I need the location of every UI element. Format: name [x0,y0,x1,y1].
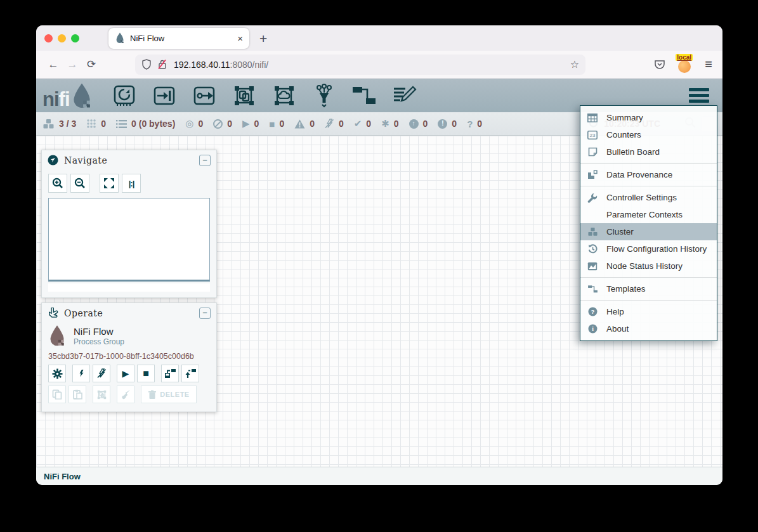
cluster-icon [42,119,55,129]
copy-button[interactable] [48,386,66,403]
shield-icon[interactable] [141,59,152,70]
not-transmitting-icon [213,119,223,129]
svg-text:?: ? [591,308,594,315]
menu-item-data-provenance[interactable]: Data Provenance [580,166,717,183]
menu-item-help[interactable]: ? Help [580,303,717,320]
insecure-lock-icon[interactable] [157,59,167,70]
bookmark-star-icon[interactable]: ☆ [570,58,579,70]
screenshot-stage: NiFi Flow × + ← → ⟳ 192.168.40.11:8080/n… [0,0,758,532]
minimap-footer-strip [48,283,210,292]
birdseye-minimap[interactable] [48,198,210,282]
color-button[interactable] [117,386,134,403]
operate-panel-header: Operate − [42,303,216,323]
navigate-collapse-button[interactable]: − [199,155,211,166]
process-group-drop-icon [48,324,66,347]
enable-button[interactable] [72,365,90,382]
svg-text:23: 23 [590,133,596,138]
svg-text:i: i [592,326,594,332]
template-component[interactable] [351,83,377,108]
remote-process-group-component[interactable] [271,83,297,108]
up-to-date-status: ✔ 0 [354,118,371,129]
sync-failure-count: 0 [477,119,482,129]
summary-icon [587,114,598,122]
menu-item-flow-configuration-history[interactable]: Flow Configuration History [580,240,717,257]
nifi-logo-fi: fi [59,89,70,109]
delete-button-label: DELETE [160,391,189,398]
save-template-button[interactable] [161,365,179,382]
configure-button[interactable] [48,365,66,382]
invalid-status: 0 [294,119,315,129]
running-icon: ▶ [242,118,250,129]
menu-item-controller-settings[interactable]: Controller Settings [580,189,717,206]
profile-container-badge: local [676,54,693,61]
node-status-history-icon [587,262,598,271]
group-button[interactable] [93,386,110,403]
reload-button[interactable]: ⟳ [82,58,101,71]
stopped-count: 0 [279,119,284,129]
menu-item-counters[interactable]: 23 Counters [580,126,717,143]
sync-failure-status: ? 0 [467,119,482,129]
stale-status: ↑ 0 [409,119,428,129]
cluster-menu-icon [587,227,598,237]
breadcrumb[interactable]: NiFi Flow [44,472,81,481]
operate-panel: Operate − NiFi Flow Process Group 35cbd3… [41,302,217,412]
maximize-window-button[interactable] [71,34,79,42]
upload-template-button[interactable] [181,365,199,382]
output-port-component[interactable] [192,83,217,108]
selected-flow-id: 35cbd3b7-017b-1000-8bff-1c3405c00d6b [42,347,216,365]
component-toolbar [112,83,417,108]
menu-item-about[interactable]: i About [580,320,717,337]
profile-avatar[interactable]: local [678,58,692,72]
navigate-icon [48,155,58,165]
pocket-icon[interactable] [654,60,665,70]
zoom-out-button[interactable] [70,174,89,193]
global-menu: Summary 23 Counters Bulletin Board Data … [580,105,717,341]
sync-failure-icon: ? [467,119,473,129]
menu-item-cluster[interactable]: Cluster [580,223,717,240]
invalid-count: 0 [310,119,315,129]
global-menu-button[interactable] [689,88,709,103]
browser-tab[interactable]: NiFi Flow × [108,28,249,49]
tab-close-icon[interactable]: × [237,33,243,44]
delete-button[interactable]: DELETE [141,386,197,403]
menu-item-parameter-contexts[interactable]: Parameter Contexts [580,206,717,223]
macos-traffic-lights [44,34,79,42]
invalid-icon [294,119,305,129]
controller-settings-icon [587,193,598,203]
zoom-fit-button[interactable] [100,174,119,193]
menu-item-summary[interactable]: Summary [580,109,717,126]
menu-item-node-status-history[interactable]: Node Status History [580,257,717,275]
processor-component[interactable] [112,83,137,108]
zoom-in-button[interactable] [48,174,67,193]
menu-separator [580,186,717,186]
firefox-menu-icon[interactable]: ≡ [705,57,712,72]
close-window-button[interactable] [44,34,53,42]
transmitting-count: 0 [198,119,203,129]
operate-panel-title: Operate [64,308,199,318]
url-path: :8080/nifi/ [230,60,269,70]
url-bar[interactable]: 192.168.40.11:8080/nifi/ ☆ [135,55,585,75]
minimize-window-button[interactable] [58,34,66,42]
queued-status: 0 (0 bytes) [116,119,175,129]
funnel-component[interactable] [311,83,337,108]
paste-button[interactable] [69,386,86,403]
up-to-date-icon: ✔ [354,118,362,129]
help-icon: ? [587,307,598,316]
input-port-component[interactable] [152,83,177,108]
menu-item-templates[interactable]: Templates [580,280,717,297]
process-group-component[interactable] [232,83,257,108]
zoom-actual-size-button[interactable]: |:| [122,174,141,193]
stop-button[interactable]: ■ [137,365,155,382]
forward-button[interactable]: → [63,58,82,71]
counters-icon: 23 [587,131,598,139]
start-button[interactable]: ▶ [117,365,134,382]
back-button[interactable]: ← [44,58,63,71]
label-component[interactable] [391,83,417,108]
new-tab-button[interactable]: + [259,32,267,45]
browser-window: NiFi Flow × + ← → ⟳ 192.168.40.11:8080/n… [36,25,722,485]
operate-collapse-button[interactable]: − [199,308,211,319]
selected-component-summary: NiFi Flow Process Group [42,323,216,347]
disable-button[interactable] [93,365,110,382]
menu-item-bulletin-board[interactable]: Bulletin Board [580,143,717,160]
cluster-count: 3 / 3 [59,119,76,129]
